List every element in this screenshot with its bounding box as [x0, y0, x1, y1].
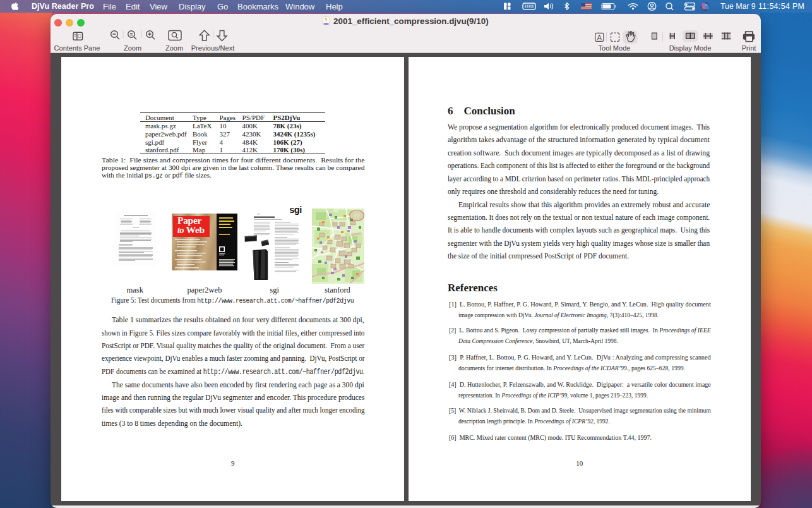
svg-text:A: A: [597, 33, 602, 41]
